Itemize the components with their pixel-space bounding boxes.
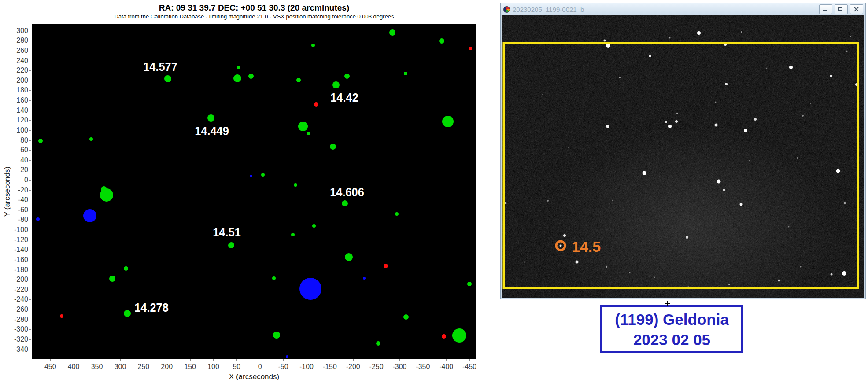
chart-star [342, 200, 348, 206]
x-tick-mark [120, 359, 121, 361]
y-tick-mark [29, 240, 31, 240]
photo-star [612, 200, 613, 201]
x-tick-mark [236, 359, 237, 361]
chart-star [233, 74, 241, 82]
photo-star [604, 40, 606, 42]
y-tick-label: -120 [8, 236, 28, 244]
y-tick-mark [29, 280, 31, 280]
x-tick-label: -350 [416, 363, 430, 371]
photo-star [766, 68, 767, 69]
photo-star [675, 120, 678, 123]
x-tick-mark [260, 359, 260, 361]
y-tick-mark [29, 299, 31, 300]
chart-star [298, 122, 308, 131]
photo-star [669, 37, 671, 39]
photo-star [844, 202, 846, 204]
chart-star [228, 242, 234, 248]
y-tick-label: 220 [8, 66, 28, 74]
y-tick-mark [29, 210, 31, 210]
chart-star [395, 212, 399, 216]
y-tick-mark [29, 230, 31, 230]
y-tick-label: -200 [8, 276, 28, 284]
color-wheel-app-icon [503, 6, 510, 13]
photo-star [744, 129, 747, 132]
magnitude-label: 14.577 [143, 60, 177, 74]
object-caption-box: (1199) Geldonia 2023 02 05 [600, 305, 743, 353]
chart-star [250, 175, 252, 177]
x-axis-title: X (arcseconds) [229, 372, 279, 381]
x-tick-label: -400 [439, 363, 453, 371]
photo-star [697, 31, 701, 35]
photo-star [789, 66, 793, 69]
photo-star [606, 266, 607, 268]
magnitude-label: 14.449 [195, 125, 229, 138]
y-tick-label: -140 [8, 246, 28, 254]
chart-star [344, 74, 350, 79]
photo-star [676, 113, 678, 114]
photo-star [723, 189, 725, 191]
y-tick-mark [29, 160, 31, 161]
x-tick-mark [423, 359, 423, 361]
x-tick-label: -300 [392, 363, 406, 371]
y-axis-title: Y (arcseconds) [3, 166, 12, 217]
star-field-image: 14.5 [502, 15, 864, 298]
y-tick-label: -220 [8, 286, 28, 294]
y-tick-mark [29, 41, 31, 41]
y-tick-mark [29, 320, 31, 320]
target-magnitude-label: 14.5 [572, 238, 601, 255]
chart-star [384, 264, 388, 268]
y-tick-mark [29, 329, 31, 330]
chart-star [294, 183, 297, 187]
y-tick-label: -80 [8, 216, 28, 224]
x-tick-label: -200 [346, 363, 360, 371]
y-tick-label: -280 [8, 316, 28, 324]
y-tick-label: 180 [8, 86, 28, 94]
x-tick-mark [144, 359, 144, 361]
minimize-button[interactable] [819, 4, 832, 14]
x-tick-mark [50, 359, 51, 361]
magnitude-label: 14.606 [330, 186, 364, 199]
chart-plot-area: 14.57714.44914.4214.60614.5114.278 [32, 24, 476, 359]
caption-object-name: (1199) Geldonia [602, 310, 741, 330]
screenshot-root: RA: 09 31 39.7 DEC: +00 51 30.3 (20 arcm… [0, 0, 868, 387]
y-tick-label: 60 [8, 146, 28, 154]
photo-star [717, 180, 721, 184]
photo-star [846, 51, 848, 52]
chart-star [307, 132, 310, 135]
chart-star [272, 276, 276, 280]
photo-star [668, 125, 672, 128]
y-tick-mark [29, 111, 31, 111]
y-tick-mark [29, 120, 31, 121]
photo-star [788, 226, 790, 228]
chart-star [345, 253, 353, 261]
y-tick-label: -320 [8, 335, 28, 343]
y-tick-mark [29, 130, 31, 131]
y-tick-mark [29, 81, 31, 81]
photo-star [665, 121, 667, 123]
window-titlebar[interactable]: 20230205_1199-0021_b [501, 3, 865, 15]
photo-star [836, 169, 840, 173]
chart-star [207, 114, 214, 122]
chart-star [363, 277, 366, 280]
y-tick-mark [29, 70, 31, 71]
photo-star [797, 157, 798, 159]
chart-star [273, 332, 280, 339]
chart-star [442, 334, 446, 339]
close-button[interactable] [850, 4, 863, 14]
chart-star [83, 209, 96, 222]
photo-star [810, 103, 811, 104]
image-noise [502, 15, 864, 298]
chart-star [311, 44, 315, 47]
photo-star [629, 272, 631, 273]
x-tick-mark [74, 359, 74, 361]
chart-star [376, 341, 380, 346]
photo-star [524, 262, 525, 263]
caption-date: 2023 02 05 [602, 330, 741, 350]
x-tick-label: 350 [91, 363, 103, 371]
chart-subtitle: Data from the Calibration Database - lim… [32, 13, 476, 20]
chart-star [124, 310, 131, 317]
chart-star [237, 66, 240, 69]
restore-button[interactable] [835, 4, 848, 14]
x-tick-label: -250 [369, 363, 384, 371]
cursor-crosshair [665, 301, 670, 306]
